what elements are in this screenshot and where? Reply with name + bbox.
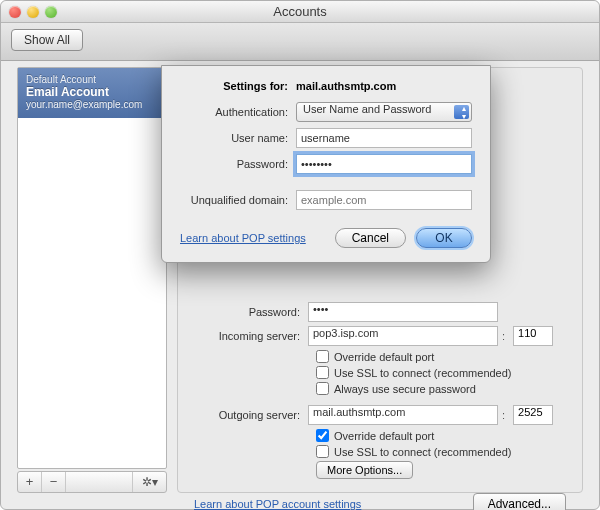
secure-password-checkbox[interactable]	[316, 382, 329, 395]
unqualified-domain-field[interactable]	[296, 190, 472, 210]
window-controls	[9, 6, 57, 18]
toolbar: Show All	[1, 23, 599, 61]
incoming-override-port-checkbox[interactable]	[316, 350, 329, 363]
default-account-label: Default Account	[26, 74, 158, 85]
incoming-ssl-label: Use SSL to connect (recommended)	[334, 367, 512, 379]
ok-button[interactable]: OK	[416, 228, 472, 248]
chevron-up-down-icon: ▴▾	[462, 105, 466, 121]
password-label: Password:	[188, 306, 308, 318]
close-icon[interactable]	[9, 6, 21, 18]
remove-account-button[interactable]: −	[42, 472, 66, 492]
accounts-window: Accounts Show All Default Account Email …	[0, 0, 600, 510]
cancel-button[interactable]: Cancel	[335, 228, 406, 248]
show-all-button[interactable]: Show All	[11, 29, 83, 51]
window-title: Accounts	[273, 4, 326, 19]
learn-pop-account-link[interactable]: Learn about POP account settings	[194, 498, 361, 510]
smtp-settings-sheet: Settings for: mail.authsmtp.com Authenti…	[161, 65, 491, 263]
sidebar-actions-menu[interactable]: ✲▾	[132, 472, 166, 492]
advanced-button[interactable]: Advanced...	[473, 493, 566, 510]
sidebar-footer: + − ✲▾	[17, 471, 167, 493]
sidebar-account-item[interactable]: Default Account Email Account your.name@…	[18, 68, 166, 118]
incoming-port-field[interactable]: 110	[513, 326, 553, 346]
outgoing-override-port-checkbox[interactable]	[316, 429, 329, 442]
username-field[interactable]	[296, 128, 472, 148]
settings-for-value: mail.authsmtp.com	[296, 80, 396, 92]
username-label: User name:	[180, 132, 296, 144]
incoming-server-label: Incoming server:	[188, 330, 308, 342]
more-options-button[interactable]: More Options...	[316, 461, 413, 479]
learn-pop-settings-link[interactable]: Learn about POP settings	[180, 232, 306, 244]
authentication-value: User Name and Password	[303, 103, 431, 115]
incoming-ssl-checkbox[interactable]	[316, 366, 329, 379]
add-account-button[interactable]: +	[18, 472, 42, 492]
sheet-password-label: Password:	[180, 158, 296, 170]
sheet-password-field[interactable]	[296, 154, 472, 174]
settings-for-label: Settings for:	[180, 80, 296, 92]
account-email: your.name@example.com	[26, 99, 158, 110]
outgoing-server-field[interactable]: mail.authsmtp.com	[308, 405, 498, 425]
accounts-sidebar: Default Account Email Account your.name@…	[17, 67, 167, 469]
minimize-icon[interactable]	[27, 6, 39, 18]
authentication-label: Authentication:	[180, 106, 296, 118]
outgoing-override-port-label: Override default port	[334, 430, 434, 442]
account-name: Email Account	[26, 85, 158, 99]
incoming-override-port-label: Override default port	[334, 351, 434, 363]
secure-password-label: Always use secure password	[334, 383, 476, 395]
password-field[interactable]: ••••	[308, 302, 498, 322]
port-separator: :	[498, 330, 509, 342]
zoom-icon[interactable]	[45, 6, 57, 18]
outgoing-port-field[interactable]: 2525	[513, 405, 553, 425]
titlebar: Accounts	[1, 1, 599, 23]
authentication-select[interactable]: User Name and Password ▴▾	[296, 102, 472, 122]
outgoing-server-label: Outgoing server:	[188, 409, 308, 421]
unqualified-domain-label: Unqualified domain:	[180, 194, 296, 206]
outgoing-ssl-checkbox[interactable]	[316, 445, 329, 458]
port-separator: :	[498, 409, 509, 421]
outgoing-ssl-label: Use SSL to connect (recommended)	[334, 446, 512, 458]
incoming-server-field[interactable]: pop3.isp.com	[308, 326, 498, 346]
